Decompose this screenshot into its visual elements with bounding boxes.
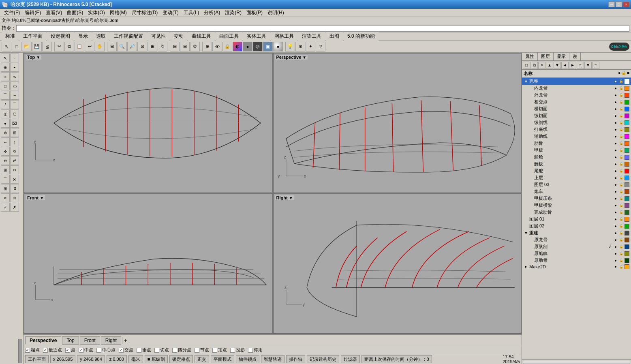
scrollbar-track[interactable]: [523, 360, 630, 364]
menu-item-t[interactable]: 变动(T): [160, 9, 181, 17]
tool-cancel[interactable]: ✗: [10, 203, 19, 212]
layer-lock-11[interactable]: 🔓: [619, 155, 624, 160]
layer-color-24[interactable]: [625, 244, 629, 249]
snap-垂点[interactable]: 垂点: [137, 347, 151, 353]
tb-sphere[interactable]: ●: [273, 42, 283, 51]
layer-item-原龙骨[interactable]: 原龙骨●🔓: [527, 236, 631, 243]
layer-eye-21[interactable]: ●: [613, 224, 618, 229]
tb-render-preview[interactable]: ◎: [253, 42, 263, 51]
tool-sphere[interactable]: ●: [1, 119, 10, 128]
toolbar-tab-[interactable]: 设定视图: [47, 32, 74, 41]
layer-lock-4[interactable]: 🔓: [619, 107, 624, 111]
viewport-top[interactable]: Top ▼: [24, 53, 272, 193]
tb-view-2[interactable]: ⊟: [180, 42, 190, 51]
layer-color-26[interactable]: [625, 258, 629, 263]
layer-new[interactable]: □: [523, 62, 530, 69]
snap-checkbox-四分点[interactable]: [172, 348, 177, 353]
tb-print[interactable]: 🖨: [42, 42, 52, 51]
snap-checkbox-端点[interactable]: ✓: [25, 348, 30, 353]
layer-item-纵剖线[interactable]: 纵剖线●🔓: [527, 119, 631, 126]
right-panel-scrollbar[interactable]: [522, 359, 631, 364]
tool-circle1[interactable]: ○: [1, 72, 10, 81]
layer-filter[interactable]: ≡: [577, 62, 584, 69]
menu-item-a[interactable]: 分析(A): [201, 9, 222, 17]
tb-visible[interactable]: 👁: [212, 42, 222, 51]
snap-停用[interactable]: 停用: [248, 347, 263, 353]
snap-节点[interactable]: 节点: [195, 347, 209, 353]
tool-select-arrow[interactable]: ↖: [1, 54, 10, 62]
snap-中点[interactable]: ✓中点: [79, 347, 93, 353]
tool-rect2[interactable]: ▭: [10, 81, 19, 90]
status-unit[interactable]: 毫米: [128, 355, 143, 363]
menu-item-s[interactable]: 曲面(S): [64, 9, 86, 17]
toolbar-tab-[interactable]: 选取: [92, 32, 109, 41]
status-planar[interactable]: 平面模式: [211, 355, 234, 363]
toolbar-tab-[interactable]: 变动: [170, 32, 187, 41]
layer-eye-10[interactable]: ●: [613, 148, 618, 153]
tb-lock[interactable]: 🔒: [222, 42, 232, 51]
view-tab-perspective[interactable]: Perspective: [25, 336, 61, 344]
layer-lock-9[interactable]: 🔓: [619, 141, 624, 146]
snap-端点[interactable]: ✓端点: [25, 347, 40, 353]
viewport-right-dropdown[interactable]: ▼: [289, 196, 293, 200]
layer-color-21[interactable]: [625, 224, 629, 229]
tool-mirror[interactable]: ⇌: [10, 156, 19, 165]
layer-eye-19[interactable]: ●: [613, 210, 618, 215]
layer-color-20[interactable]: [625, 217, 629, 222]
layer-list[interactable]: ▼完整●🔓 内龙骨●🔓 外龙骨●🔓 相交点●🔓 横切面●🔓 纵切面●🔓 纵剖线●…: [522, 78, 631, 359]
toolbar-tab-[interactable]: 工作平面: [19, 32, 46, 41]
tb-new[interactable]: □: [12, 42, 21, 51]
view-tab-top[interactable]: Top: [62, 336, 79, 345]
status-ortho[interactable]: 正交: [195, 355, 209, 363]
tool-analysis[interactable]: ≈: [1, 193, 10, 202]
layer-item-纵切面[interactable]: 纵切面●🔓: [527, 112, 631, 119]
menu-item-h[interactable]: 说明(H): [265, 9, 287, 17]
layer-lock-1[interactable]: 🔓: [619, 86, 624, 91]
snap-切点[interactable]: 切点: [154, 347, 169, 353]
tb-copy[interactable]: ⧉: [64, 42, 74, 51]
tb-snap[interactable]: ⊕: [202, 42, 212, 51]
tool-curve3[interactable]: ⌣: [10, 91, 19, 100]
tb-color[interactable]: ◐: [233, 42, 242, 51]
viewport-perspective[interactable]: Perspective ▼: [273, 53, 522, 193]
layer-color-7[interactable]: [625, 127, 629, 132]
layer-color-1[interactable]: [625, 86, 629, 91]
right-panel-tab-显示[interactable]: 显示: [554, 53, 569, 60]
tool-curve1[interactable]: ∿: [10, 72, 19, 81]
layer-lock-15[interactable]: 🔓: [619, 182, 624, 187]
layer-eye-12[interactable]: ●: [613, 162, 618, 167]
toolbar-tab-[interactable]: 可见性: [148, 32, 169, 41]
layer-item-打底线[interactable]: 打底线●🔓: [527, 126, 631, 133]
layer-eye-2[interactable]: ●: [613, 93, 618, 98]
layer-color-23[interactable]: [625, 238, 629, 242]
tb-zoom-all[interactable]: ⊞: [148, 42, 157, 51]
layer-eye-5[interactable]: ●: [613, 113, 618, 118]
menu-item-o[interactable]: 实体(O): [86, 9, 107, 17]
tb-settings[interactable]: ⚙: [190, 42, 200, 51]
layer-item-原肋骨[interactable]: 原肋骨●🔓: [527, 257, 631, 264]
snap-checkbox-投影[interactable]: [230, 348, 235, 353]
menu-item-e[interactable]: 编辑(E): [22, 9, 43, 17]
toolbar-tab-[interactable]: 曲面工具: [216, 32, 242, 41]
layer-lock-3[interactable]: 🔓: [619, 100, 624, 105]
layer-item-横切面[interactable]: 横切面●🔓: [527, 105, 631, 112]
layer-lock-24[interactable]: 🔓: [619, 244, 624, 249]
snap-投影[interactable]: 投影: [230, 347, 245, 353]
layer-color-4[interactable]: [625, 107, 629, 111]
layer-eye-14[interactable]: ●: [613, 176, 618, 180]
toolbar-tab-[interactable]: 网格工具: [271, 32, 297, 41]
layer-eye-15[interactable]: ●: [613, 182, 618, 187]
snap-checkbox-节点[interactable]: [195, 348, 199, 353]
status-filter[interactable]: 过滤器: [341, 355, 360, 363]
layer-item-肋骨[interactable]: 肋骨●🔓: [527, 140, 631, 147]
menu-item-f[interactable]: 文件(F): [2, 9, 22, 17]
status-record[interactable]: 记录建构历史: [307, 355, 339, 363]
snap-最近点[interactable]: ✓最近点: [43, 347, 62, 353]
view-tab-right[interactable]: Right: [101, 336, 121, 345]
layer-eye-11[interactable]: ●: [613, 155, 618, 160]
tool-dots[interactable]: ⠿: [10, 184, 19, 193]
toolbar-tab-[interactable]: 显示: [75, 32, 92, 41]
toolbar-tab-[interactable]: 渲染工具: [298, 32, 325, 41]
layer-color-13[interactable]: [625, 169, 629, 173]
status-distance[interactable]: 距离上次保存的时间（分钟）：0: [361, 355, 432, 363]
